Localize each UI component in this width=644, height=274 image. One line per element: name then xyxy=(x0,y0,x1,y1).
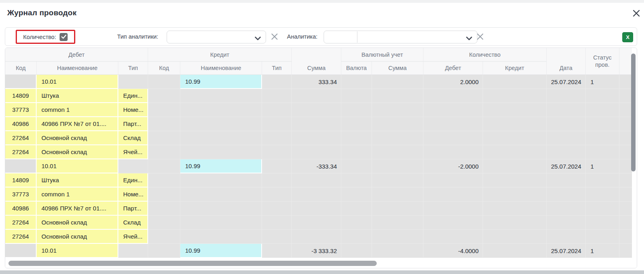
qty-credit-cell[interactable] xyxy=(483,187,547,202)
credit-type-cell[interactable] xyxy=(262,145,292,159)
analytics-name-cell[interactable]: Штука xyxy=(37,89,118,103)
debit-type-cell[interactable] xyxy=(118,159,148,173)
qty-credit-cell[interactable] xyxy=(483,117,547,131)
analytics-detail-row[interactable]: 37773common 1Номе... xyxy=(5,187,632,202)
currency-amount-cell[interactable] xyxy=(372,103,423,117)
analytics-type-cell[interactable]: Номе... xyxy=(118,187,148,202)
date-cell[interactable] xyxy=(547,145,586,159)
amount-cell[interactable] xyxy=(292,117,341,131)
status-cell[interactable] xyxy=(586,230,619,244)
qty-credit-cell[interactable] xyxy=(483,75,547,89)
currency-amount-cell[interactable] xyxy=(372,202,423,216)
date-cell[interactable] xyxy=(547,89,586,103)
credit-code-cell[interactable] xyxy=(148,173,180,187)
credit-type-cell[interactable] xyxy=(262,230,292,244)
analytics-detail-row[interactable]: 37773common 1Номе... xyxy=(5,103,632,117)
credit-name-cell[interactable] xyxy=(180,230,262,244)
amount-cell[interactable]: -3 333.32 xyxy=(292,244,341,258)
qty-debit-cell[interactable] xyxy=(423,230,483,244)
credit-name-cell[interactable] xyxy=(180,89,262,103)
qty-credit-cell[interactable] xyxy=(483,173,547,187)
analytics-detail-row[interactable]: 27264Основной складСклад xyxy=(5,131,632,145)
credit-name-cell[interactable] xyxy=(180,202,262,216)
amount-cell[interactable] xyxy=(292,103,341,117)
analytics-code-cell[interactable]: 37773 xyxy=(5,187,37,202)
credit-type-cell[interactable] xyxy=(262,216,292,230)
clear-analytics-icon[interactable] xyxy=(477,33,485,41)
credit-code-cell[interactable] xyxy=(148,244,180,258)
analytics-code-cell[interactable]: 27264 xyxy=(5,230,37,244)
analytics-name-cell[interactable]: 40986 ПРХ №7 от 01.... xyxy=(37,202,118,216)
currency-amount-cell[interactable] xyxy=(372,117,423,131)
credit-type-cell[interactable] xyxy=(262,159,292,173)
date-cell[interactable] xyxy=(547,187,586,202)
analytics-type-cell[interactable]: Един... xyxy=(118,173,148,187)
analytics-code-cell[interactable]: 27264 xyxy=(5,216,37,230)
analytics-detail-row[interactable]: 27264Основной складЯчей... xyxy=(5,145,632,159)
qty-credit-cell[interactable] xyxy=(483,103,547,117)
clear-analytics-type-icon[interactable] xyxy=(271,33,279,41)
analytics-code-cell[interactable]: 27264 xyxy=(5,131,37,145)
credit-name-cell[interactable] xyxy=(180,145,262,159)
summary-row[interactable]: 10.0110.99-3 333.32-4.000025.07.20241 xyxy=(5,244,632,258)
qty-credit-cell[interactable] xyxy=(483,230,547,244)
overflow-cell[interactable] xyxy=(619,230,632,244)
qty-credit-cell[interactable] xyxy=(483,159,547,173)
analytics-detail-row[interactable]: 4098640986 ПРХ №7 от 01....Парт... xyxy=(5,117,632,131)
analytics-name-cell[interactable]: 40986 ПРХ №7 от 01.... xyxy=(37,117,118,131)
status-cell[interactable]: 1 xyxy=(586,244,619,258)
qty-debit-cell[interactable]: -2.0000 xyxy=(423,159,483,173)
credit-type-cell[interactable] xyxy=(262,117,292,131)
currency-cell[interactable] xyxy=(341,131,372,145)
overflow-cell[interactable] xyxy=(619,244,632,258)
currency-cell[interactable] xyxy=(341,216,372,230)
overflow-cell[interactable] xyxy=(619,187,632,202)
status-cell[interactable] xyxy=(586,131,619,145)
qty-debit-cell[interactable] xyxy=(423,131,483,145)
overflow-cell[interactable] xyxy=(619,131,632,145)
currency-amount-cell[interactable] xyxy=(372,187,423,202)
credit-type-cell[interactable] xyxy=(262,173,292,187)
horizontal-scrollbar-thumb[interactable] xyxy=(8,261,377,266)
analytics-type-cell[interactable]: Номе... xyxy=(118,103,148,117)
overflow-cell[interactable] xyxy=(619,159,632,173)
credit-name-cell[interactable]: 10.99 xyxy=(180,75,262,89)
analytics-detail-row[interactable]: 4098640986 ПРХ №7 от 01....Парт... xyxy=(5,202,632,216)
credit-code-cell[interactable] xyxy=(148,131,180,145)
currency-amount-cell[interactable] xyxy=(372,216,423,230)
currency-amount-cell[interactable] xyxy=(372,131,423,145)
currency-cell[interactable] xyxy=(341,117,372,131)
qty-credit-cell[interactable] xyxy=(483,216,547,230)
currency-cell[interactable] xyxy=(341,173,372,187)
credit-code-cell[interactable] xyxy=(148,230,180,244)
currency-amount-cell[interactable] xyxy=(372,244,423,258)
analytics-type-cell[interactable]: Склад xyxy=(118,216,148,230)
analytics-type-cell[interactable]: Ячей... xyxy=(118,145,148,159)
currency-cell[interactable] xyxy=(341,89,372,103)
date-cell[interactable] xyxy=(547,216,586,230)
amount-cell[interactable] xyxy=(292,202,341,216)
status-cell[interactable] xyxy=(586,187,619,202)
qty-debit-cell[interactable] xyxy=(423,103,483,117)
amount-cell[interactable]: -333.34 xyxy=(292,159,341,173)
date-cell[interactable]: 25.07.2024 xyxy=(547,244,586,258)
date-cell[interactable] xyxy=(547,131,586,145)
credit-code-cell[interactable] xyxy=(148,202,180,216)
debit-code-cell[interactable] xyxy=(5,159,37,173)
analytics-code-cell[interactable]: 40986 xyxy=(5,202,37,216)
analytics-code-cell[interactable]: 40986 xyxy=(5,117,37,131)
debit-type-cell[interactable] xyxy=(118,75,148,89)
analytics-detail-row[interactable]: 14809ШтукаЕдин... xyxy=(5,173,632,187)
qty-debit-cell[interactable]: -4.0000 xyxy=(423,244,483,258)
credit-name-cell[interactable] xyxy=(180,173,262,187)
currency-cell[interactable] xyxy=(341,75,372,89)
currency-amount-cell[interactable] xyxy=(372,173,423,187)
date-cell[interactable] xyxy=(547,202,586,216)
amount-cell[interactable] xyxy=(292,187,341,202)
currency-cell[interactable] xyxy=(341,202,372,216)
excel-export-button[interactable]: X xyxy=(622,32,633,42)
credit-code-cell[interactable] xyxy=(148,187,180,202)
credit-name-cell[interactable] xyxy=(180,131,262,145)
amount-cell[interactable] xyxy=(292,173,341,187)
analytics-name-cell[interactable]: common 1 xyxy=(37,187,118,202)
